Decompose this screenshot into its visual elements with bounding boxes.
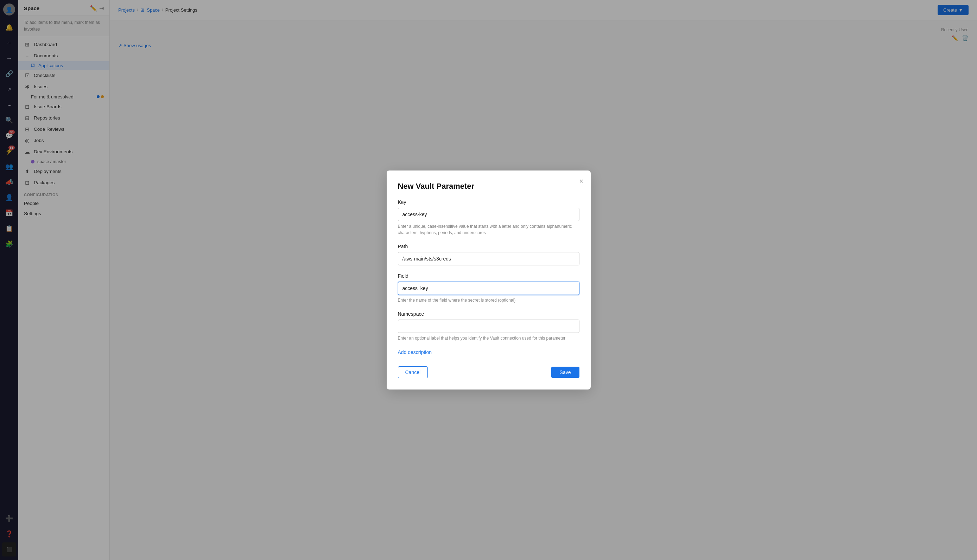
field-label: Field: [398, 273, 580, 279]
modal: × New Vault Parameter Key Enter a unique…: [387, 170, 591, 390]
key-input[interactable]: [398, 208, 580, 221]
path-label: Path: [398, 243, 580, 249]
namespace-hint: Enter an optional label that helps you i…: [398, 335, 580, 341]
key-hint: Enter a unique, case-insensitive value t…: [398, 223, 580, 236]
modal-title: New Vault Parameter: [398, 182, 580, 191]
cancel-button[interactable]: Cancel: [398, 366, 428, 378]
field-input[interactable]: [398, 282, 580, 295]
modal-close-button[interactable]: ×: [578, 176, 585, 186]
modal-footer: Cancel Save: [398, 366, 580, 378]
add-description-link[interactable]: Add description: [398, 350, 432, 355]
key-field-group: Key Enter a unique, case-insensitive val…: [398, 199, 580, 236]
main-content: Projects / ⊞ Space / Project Settings Cr…: [110, 0, 977, 560]
namespace-input[interactable]: [398, 320, 580, 333]
save-button[interactable]: Save: [551, 367, 580, 378]
namespace-field-group: Namespace Enter an optional label that h…: [398, 311, 580, 341]
path-field-group: Path: [398, 243, 580, 265]
path-input[interactable]: [398, 252, 580, 265]
modal-overlay[interactable]: × New Vault Parameter Key Enter a unique…: [110, 0, 977, 560]
key-label: Key: [398, 199, 580, 205]
namespace-label: Namespace: [398, 311, 580, 317]
field-field-group: Field Enter the name of the field where …: [398, 273, 580, 303]
field-hint: Enter the name of the field where the se…: [398, 297, 580, 303]
